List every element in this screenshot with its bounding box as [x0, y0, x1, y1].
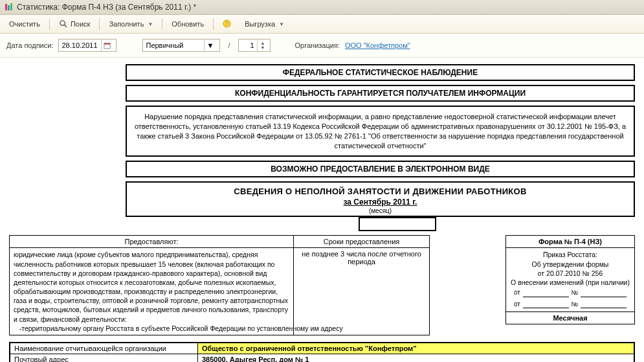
calendar-icon[interactable]	[101, 40, 113, 51]
org-link[interactable]: ООО "Конфетпром"	[345, 41, 410, 49]
left-body-text: юридические лица (кроме субъектов малого…	[14, 251, 288, 322]
chevron-down-icon[interactable]: ▼	[204, 40, 216, 51]
toolbar: Очистить Поиск Заполнить▼ Обновить ? Выг…	[0, 15, 644, 34]
export-label: Выгрузка	[245, 20, 275, 28]
refresh-label: Обновить	[172, 20, 204, 28]
order-from-line2: от№	[510, 299, 630, 310]
left-body-cell: юридические лица (кроме субъектов малого…	[9, 248, 294, 335]
svg-line-4	[64, 25, 67, 27]
form-title-l2: за Сентябрь 2011 г.	[133, 198, 627, 207]
date-input-wrapper	[58, 39, 117, 52]
form-title-box: СВЕДЕНИЯ О НЕПОЛНОЙ ЗАНЯТОСТИ И ДВИЖЕНИИ…	[126, 181, 635, 217]
form-number: Форма № П-4 (НЗ)	[505, 235, 635, 248]
kind-combo[interactable]: ▼	[142, 39, 220, 52]
toolbar-separator	[99, 18, 100, 30]
spin-down-icon[interactable]: ▼	[261, 45, 265, 50]
app-icon	[4, 3, 13, 12]
chevron-down-icon: ▼	[279, 21, 284, 27]
spin-up-icon[interactable]: ▲	[261, 41, 265, 45]
refresh-button[interactable]: Обновить	[166, 17, 209, 30]
footer-org-value: Общество с ограниченной ответственностью…	[198, 343, 634, 354]
window-title: Статистика: Форма П-4 НЗ (за Сентябрь 20…	[17, 3, 196, 12]
footer-table: Наименование отчитывающейся организации …	[9, 342, 635, 362]
mid-header: Сроки предоставления	[294, 235, 430, 248]
org-label: Организация:	[295, 41, 340, 49]
box-liability: Нарушение порядка представления статисти…	[126, 106, 635, 157]
order-from-line1: от№	[510, 287, 630, 299]
spin-buttons: ▲ ▼	[257, 40, 269, 51]
svg-text:?: ?	[225, 20, 228, 27]
order-line3: от 20.07.2010 № 256	[538, 269, 603, 277]
order-info: Приказ Росстата: Об утверждении формы от…	[505, 248, 635, 312]
period-cell: Месячная	[505, 312, 635, 324]
mid-body-cell: не позднее 3 числа после отчетного перио…	[294, 248, 430, 335]
right-order-block: Приказ Росстата: Об утверждении формы от…	[505, 248, 635, 335]
footer-addr-label: Почтовый адрес	[10, 354, 198, 362]
box-confidential: КОНФИДЕНЦИАЛЬНОСТЬ ГАРАНТИРУЕТСЯ ПОЛУЧАТ…	[126, 85, 635, 102]
info-body-row: юридические лица (кроме субъектов малого…	[9, 248, 635, 335]
svg-rect-2	[10, 3, 12, 10]
number-spinner[interactable]: ▲ ▼	[238, 39, 271, 52]
document-area: ФЕДЕРАЛЬНОЕ СТАТИСТИЧЕСКОЕ НАБЛЮДЕНИЕ КО…	[0, 58, 644, 362]
order-line2: Об утверждении формы	[532, 260, 609, 268]
box-federal: ФЕДЕРАЛЬНОЕ СТАТИСТИЧЕСКОЕ НАБЛЮДЕНИЕ	[126, 64, 635, 81]
slash-separator: /	[225, 41, 232, 49]
footer-org-label: Наименование отчитывающейся организации	[10, 343, 198, 354]
fill-button[interactable]: Заполнить▼	[104, 17, 158, 30]
search-button[interactable]: Поиск	[54, 17, 95, 31]
info-grid: Предоставляют: Сроки предоставления Форм…	[9, 235, 635, 248]
params-bar: Дата подписи: ▼ / ▲ ▼ Организация: ООО "…	[0, 34, 644, 58]
help-button[interactable]: ?	[217, 17, 237, 31]
order-line1: Приказ Росстата:	[543, 251, 597, 258]
spin-input[interactable]	[239, 41, 257, 49]
help-icon: ?	[223, 19, 232, 28]
clear-label: Очистить	[9, 20, 40, 28]
kind-input[interactable]	[143, 41, 204, 49]
form-title-l3: (месяц)	[133, 207, 627, 214]
search-icon	[59, 19, 68, 28]
footer-row-org: Наименование отчитывающейся организации …	[10, 343, 634, 354]
export-button[interactable]: Выгрузка▼	[239, 17, 289, 30]
svg-rect-0	[5, 4, 7, 10]
footer-addr-value: 385000, Адыгея Респ, дом № 1	[198, 354, 634, 362]
period-code-box	[359, 217, 436, 231]
toolbar-separator	[162, 18, 162, 30]
box-electronic: ВОЗМОЖНО ПРЕДОСТАВЛЕНИЕ В ЭЛЕКТРОННОМ ВИ…	[126, 161, 635, 177]
clear-button[interactable]: Очистить	[4, 17, 45, 30]
window-titlebar: Статистика: Форма П-4 НЗ (за Сентябрь 20…	[0, 0, 644, 15]
search-label: Поиск	[71, 20, 90, 28]
svg-rect-1	[8, 5, 10, 10]
fill-label: Заполнить	[109, 20, 144, 28]
form-title-l1: СВЕДЕНИЯ О НЕПОЛНОЙ ЗАНЯТОСТИ И ДВИЖЕНИИ…	[133, 187, 627, 196]
date-label: Дата подписи:	[6, 41, 53, 49]
toolbar-separator	[213, 18, 214, 30]
date-input[interactable]	[59, 41, 101, 49]
right-block: Форма № П-4 (НЗ)	[505, 235, 635, 248]
left-header: Предоставляют:	[9, 235, 294, 248]
order-line4: О внесении изменений (при наличии)	[511, 278, 630, 286]
svg-point-3	[60, 21, 65, 25]
chevron-down-icon: ▼	[148, 21, 153, 27]
footer-row-addr: Почтовый адрес 385000, Адыгея Респ, дом …	[10, 354, 634, 362]
toolbar-separator	[49, 18, 50, 30]
